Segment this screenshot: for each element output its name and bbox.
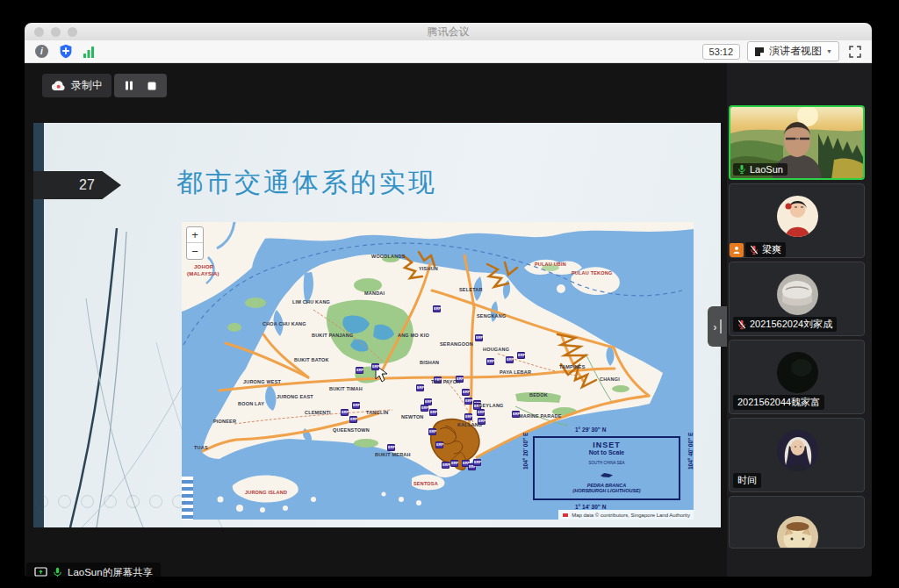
participant-tile-laosun[interactable]: LaoSun bbox=[729, 105, 865, 180]
erp-gantry-marker: ERP bbox=[352, 402, 360, 409]
stop-recording-button[interactable] bbox=[140, 76, 163, 95]
map-place-label: WOODLANDS bbox=[371, 254, 405, 259]
participant-nameplate: 梁爽 bbox=[745, 242, 786, 257]
fullscreen-button[interactable] bbox=[846, 43, 863, 60]
sidebar-collapse-tab[interactable]: › bbox=[708, 306, 727, 347]
toolbar: i 53:12 演讲者视图 ▼ bbox=[25, 40, 872, 63]
singapore-map[interactable]: ERPERPERPERPERPERPERPERPERPERPERPERPERPE… bbox=[182, 222, 694, 520]
map-place-label: BUKIT MERAH bbox=[375, 452, 411, 457]
participant-tile-liangshuang[interactable]: 梁爽 bbox=[729, 183, 865, 258]
map-place-label: NEWTON bbox=[401, 414, 424, 419]
map-zoom-in-button[interactable]: + bbox=[187, 227, 203, 243]
map-place-label: GEYLANG bbox=[478, 403, 504, 408]
presenter-ghost-controls[interactable] bbox=[35, 495, 185, 508]
cloud-recording-icon bbox=[51, 80, 66, 91]
coord-right: 104° 40' 00" E bbox=[687, 433, 694, 470]
map-place-label: JURONG EAST bbox=[277, 394, 313, 399]
presentation-slide: 27 都市交通体系的实现 bbox=[33, 123, 721, 527]
map-place-label: TOA PAYOH bbox=[431, 379, 460, 384]
participant-tile-weijiafu[interactable]: 2021562044魏家富 bbox=[729, 340, 865, 414]
map-place-label: TAMPINES bbox=[559, 364, 586, 369]
map-place-label: TUAS bbox=[194, 445, 208, 450]
map-place-label: SENTOSA bbox=[414, 481, 438, 486]
erp-gantry-marker: ERP bbox=[517, 352, 525, 359]
layout-icon bbox=[754, 47, 765, 57]
map-place-label: JURONG ISLAND bbox=[245, 490, 287, 495]
avatar bbox=[777, 274, 818, 315]
map-place-label: JURONG WEST bbox=[243, 379, 281, 384]
erp-gantry-marker: ERP bbox=[433, 305, 441, 312]
screen-share-icon bbox=[34, 567, 47, 577]
network-signal-icon[interactable] bbox=[81, 43, 97, 60]
erp-gantry-marker: ERP bbox=[462, 389, 470, 396]
meeting-timer: 53:12 bbox=[702, 44, 741, 60]
security-shield-icon[interactable] bbox=[57, 43, 74, 60]
chevron-right-icon: › bbox=[713, 320, 716, 333]
slide-title: 都市交通体系的实现 bbox=[176, 165, 437, 201]
erp-gantry-marker: ERP bbox=[416, 384, 424, 391]
avatar bbox=[777, 430, 818, 471]
participant-tile-shijian[interactable]: 时间 bbox=[729, 418, 865, 492]
coord-left: 104° 20' 00" E bbox=[522, 433, 529, 470]
recording-label: 录制中 bbox=[71, 78, 103, 93]
participant-nameplate: LaoSun bbox=[733, 163, 788, 176]
erp-gantry-marker: ERP bbox=[421, 405, 428, 412]
erp-gantry-marker: ERP bbox=[442, 462, 450, 469]
coord-bottom: 1° 14' 30" N bbox=[575, 504, 606, 510]
participant-tile-partial[interactable] bbox=[729, 496, 865, 549]
minimize-button[interactable] bbox=[51, 27, 61, 37]
map-place-label: JOHOR bbox=[194, 264, 213, 269]
participant-nameplate: 2021562044魏家富 bbox=[733, 395, 824, 410]
avatar bbox=[777, 352, 818, 393]
map-place-label: CLEMENTI bbox=[305, 410, 331, 415]
map-attribution-text: Map data © contributors, Singapore Land … bbox=[572, 513, 690, 518]
window-title: 腾讯会议 bbox=[25, 25, 872, 39]
erp-gantry-marker: ERP bbox=[341, 409, 349, 416]
title-bar: 腾讯会议 bbox=[25, 23, 872, 40]
map-place-label: BISHAN bbox=[420, 360, 439, 365]
map-place-label: BOON LAY bbox=[238, 401, 264, 406]
participant-tile-liujiacheng[interactable]: 2021562024刘家成 bbox=[729, 262, 865, 336]
erp-gantry-marker: ERP bbox=[464, 398, 472, 405]
microphone-muted-icon bbox=[737, 319, 746, 330]
microphone-on-icon bbox=[737, 164, 746, 175]
map-place-label: QUEENSTOWN bbox=[333, 427, 370, 433]
map-place-label: PULAU UBIN bbox=[535, 262, 566, 267]
map-place-label: SELETAR bbox=[459, 287, 483, 292]
erp-gantry-marker: ERP bbox=[356, 367, 363, 374]
erp-gantry-marker: ERP bbox=[506, 356, 514, 363]
flag-icon bbox=[562, 513, 569, 518]
hand-raised-badge bbox=[730, 243, 744, 257]
map-zoom-out-button[interactable]: − bbox=[187, 243, 203, 259]
erp-gantry-marker: ERP bbox=[450, 460, 458, 467]
pause-recording-button[interactable] bbox=[118, 76, 140, 95]
participants-sidebar: › bbox=[727, 63, 872, 577]
map-place-label: MARINE PARADE bbox=[519, 413, 562, 419]
view-selector[interactable]: 演讲者视图 ▼ bbox=[747, 41, 839, 61]
participant-name: 时间 bbox=[737, 474, 757, 487]
avatar bbox=[777, 196, 818, 237]
erp-gantry-marker: ERP bbox=[429, 409, 437, 416]
recording-controls: 录制中 bbox=[42, 74, 167, 97]
erp-gantry-marker: ERP bbox=[464, 413, 472, 420]
meeting-info-icon[interactable]: i bbox=[33, 43, 50, 60]
zoom-button[interactable] bbox=[68, 27, 77, 37]
close-button[interactable] bbox=[34, 27, 44, 37]
map-place-label: YISHUN bbox=[419, 266, 438, 271]
microphone-on-icon bbox=[53, 567, 62, 577]
participant-name: 梁爽 bbox=[762, 243, 781, 256]
shared-screen-stage: 录制中 bbox=[25, 63, 727, 577]
map-zoom-control: + − bbox=[186, 226, 204, 260]
erp-gantry-marker: ERP bbox=[475, 334, 483, 341]
content-area: 录制中 bbox=[25, 63, 872, 577]
erp-gantry-marker: ERP bbox=[349, 416, 357, 423]
erp-gantry-marker: ERP bbox=[486, 358, 494, 365]
map-place-label: MANDAI bbox=[364, 290, 385, 296]
map-place-label: CHOA CHU KANG bbox=[263, 321, 306, 326]
map-place-label: CHANGI bbox=[600, 376, 620, 382]
map-place-label: ANG MO KIO bbox=[398, 333, 429, 338]
inset-island-sub: (HORSBURGH LIGHTHOUSE) bbox=[535, 488, 679, 493]
slide-page-number: 27 bbox=[33, 171, 121, 199]
map-place-label: PULAU TEKONG bbox=[572, 270, 612, 276]
participant-nameplate: 2021562024刘家成 bbox=[733, 317, 837, 332]
